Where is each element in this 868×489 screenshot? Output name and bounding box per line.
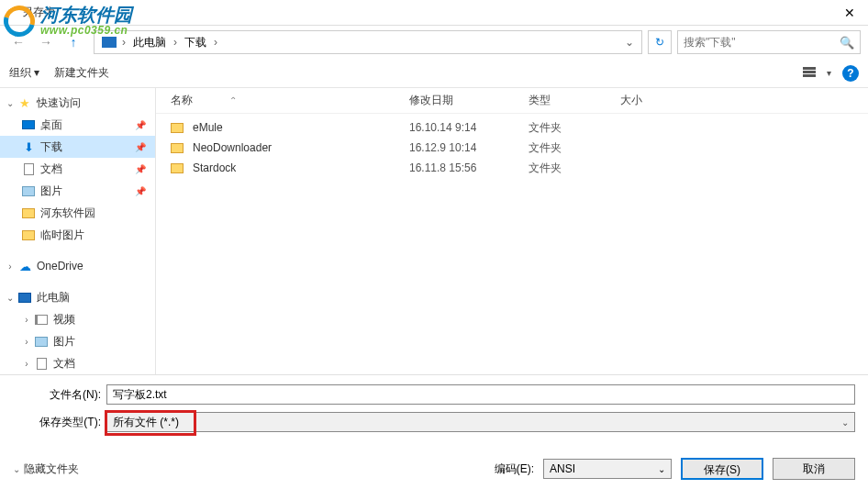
- breadcrumb-this-pc[interactable]: 此电脑: [128, 35, 172, 50]
- breadcrumb-downloads[interactable]: 下载: [179, 35, 212, 50]
- chevron-right-icon[interactable]: ›: [20, 337, 33, 347]
- column-headers: 名称 ⌃ 修改日期 类型 大小: [156, 88, 868, 114]
- organize-button[interactable]: 组织 ▾: [9, 65, 39, 81]
- breadcrumb[interactable]: › 此电脑 › 下载 › ⌄: [94, 30, 642, 54]
- column-date[interactable]: 修改日期: [409, 93, 529, 108]
- file-row[interactable]: NeoDownloader 16.12.9 10:14 文件夹: [156, 138, 868, 158]
- view-dropdown-icon[interactable]: ▾: [827, 68, 831, 78]
- chevron-right-icon[interactable]: ›: [20, 359, 33, 369]
- sidebar-item-quick-access[interactable]: ⌄ ★ 快速访问: [0, 92, 155, 114]
- desktop-icon: [22, 120, 35, 129]
- filetype-combo[interactable]: 所有文件 (*.*) ⌄: [106, 412, 855, 432]
- chevron-down-icon[interactable]: ⌄: [4, 293, 17, 303]
- logo-title: 河东软件园: [40, 5, 132, 25]
- cloud-icon: ☁: [19, 260, 31, 273]
- sidebar-item-downloads[interactable]: ⬇ 下载 📌: [0, 136, 155, 158]
- chevron-right-icon[interactable]: ›: [4, 261, 17, 272]
- file-name: NeoDownloader: [193, 141, 409, 154]
- view-mode-button[interactable]: [803, 67, 816, 80]
- sidebar-item-label: 河东软件园: [40, 206, 95, 221]
- column-name[interactable]: 名称 ⌃: [171, 93, 409, 108]
- help-icon[interactable]: ?: [842, 65, 859, 82]
- column-size[interactable]: 大小: [620, 93, 694, 108]
- sidebar-item-label: 桌面: [40, 117, 62, 133]
- file-type: 文件夹: [529, 161, 620, 176]
- pin-icon: 📌: [135, 142, 146, 152]
- file-date: 16.10.14 9:14: [409, 121, 529, 134]
- encoding-combo[interactable]: ANSI ⌄: [543, 459, 672, 479]
- filetype-label: 保存类型(T):: [37, 415, 106, 430]
- pc-icon: [18, 293, 31, 303]
- video-icon: [35, 315, 48, 325]
- search-box[interactable]: 🔍: [677, 30, 861, 54]
- search-icon[interactable]: 🔍: [840, 36, 854, 50]
- filetype-row: 保存类型(T): 所有文件 (*.*) ⌄: [37, 412, 855, 432]
- chevron-down-icon[interactable]: ⌄: [4, 98, 17, 108]
- file-list-area: 名称 ⌃ 修改日期 类型 大小 eMule 16.10.14 9:14 文件夹 …: [156, 88, 868, 374]
- save-button[interactable]: 保存(S): [681, 458, 763, 480]
- toolbar: 组织 ▾ 新建文件夹 ▾ ?: [0, 59, 868, 88]
- sidebar-item-documents[interactable]: 文档 📌: [0, 158, 155, 180]
- site-logo-overlay: 河东软件园 www.pc0359.cn: [2, 4, 132, 39]
- chevron-down-icon: ⌄: [841, 417, 849, 428]
- close-icon[interactable]: ✕: [831, 6, 868, 20]
- chevron-down-icon: ⌄: [658, 464, 665, 474]
- star-icon: ★: [19, 96, 30, 110]
- hide-folders-button[interactable]: ⌄ 隐藏文件夹: [13, 461, 79, 477]
- sidebar-item-label: OneDrive: [37, 260, 83, 272]
- file-date: 16.11.8 15:56: [409, 161, 529, 174]
- sidebar-item-label: 临时图片: [40, 228, 84, 243]
- sidebar-item-label: 文档: [40, 161, 62, 177]
- sidebar-item-folder[interactable]: 河东软件园: [0, 202, 155, 224]
- picture-icon: [35, 337, 48, 347]
- pin-icon: 📌: [135, 120, 146, 130]
- folder-icon: [171, 163, 184, 173]
- sidebar-item-label: 图片: [53, 334, 75, 350]
- sidebar-item-label: 视频: [53, 312, 75, 328]
- chevron-right-icon[interactable]: ›: [20, 315, 33, 325]
- refresh-button[interactable]: ↻: [648, 30, 672, 54]
- breadcrumb-sep: ›: [212, 36, 219, 49]
- pin-icon: 📌: [135, 186, 146, 196]
- file-date: 16.12.9 10:14: [409, 141, 529, 154]
- sidebar-item-this-pc[interactable]: ⌄ 此电脑: [0, 286, 155, 308]
- sidebar-item-folder[interactable]: 临时图片: [0, 224, 155, 246]
- encoding-label: 编码(E):: [495, 461, 534, 477]
- footer: ⌄ 隐藏文件夹 编码(E): ANSI ⌄ 保存(S) 取消: [0, 449, 868, 489]
- breadcrumb-sep: ›: [172, 36, 179, 49]
- sidebar-item-pictures[interactable]: › 图片: [0, 330, 155, 352]
- filename-label: 文件名(N):: [37, 387, 106, 403]
- logo-icon: [2, 4, 37, 39]
- breadcrumb-dropdown-icon[interactable]: ⌄: [621, 36, 638, 49]
- sidebar-item-label: 图片: [40, 183, 62, 199]
- document-icon: [24, 163, 34, 175]
- column-type[interactable]: 类型: [529, 93, 620, 108]
- folder-icon: [171, 143, 184, 153]
- sidebar-item-onedrive[interactable]: › ☁ OneDrive: [0, 255, 155, 277]
- column-label: 名称: [171, 93, 193, 108]
- document-icon: [37, 358, 47, 370]
- sidebar-item-pictures[interactable]: 图片 📌: [0, 180, 155, 202]
- folder-icon: [171, 123, 184, 133]
- filename-input[interactable]: [106, 384, 855, 405]
- sidebar-item-documents[interactable]: › 文档: [0, 352, 155, 374]
- chevron-down-icon: ⌄: [13, 464, 20, 474]
- new-folder-button[interactable]: 新建文件夹: [54, 65, 109, 81]
- pin-icon: 📌: [135, 164, 146, 174]
- file-name: eMule: [193, 121, 409, 134]
- filename-row: 文件名(N):: [37, 384, 855, 405]
- encoding-value: ANSI: [550, 462, 575, 475]
- sort-arrow-icon: ⌃: [229, 95, 237, 106]
- download-icon: ⬇: [24, 140, 34, 154]
- folder-icon: [22, 230, 35, 240]
- picture-icon: [22, 186, 35, 196]
- sidebar-item-label: 下载: [40, 139, 62, 155]
- sidebar: ⌄ ★ 快速访问 桌面 📌 ⬇ 下载 📌 文档 📌 图片 📌 河东软件园: [0, 88, 156, 374]
- cancel-button[interactable]: 取消: [773, 458, 855, 480]
- search-input[interactable]: [684, 36, 840, 49]
- file-list: eMule 16.10.14 9:14 文件夹 NeoDownloader 16…: [156, 114, 868, 178]
- file-row[interactable]: eMule 16.10.14 9:14 文件夹: [156, 117, 868, 138]
- sidebar-item-videos[interactable]: › 视频: [0, 308, 155, 330]
- file-row[interactable]: Stardock 16.11.8 15:56 文件夹: [156, 158, 868, 178]
- sidebar-item-desktop[interactable]: 桌面 📌: [0, 114, 155, 136]
